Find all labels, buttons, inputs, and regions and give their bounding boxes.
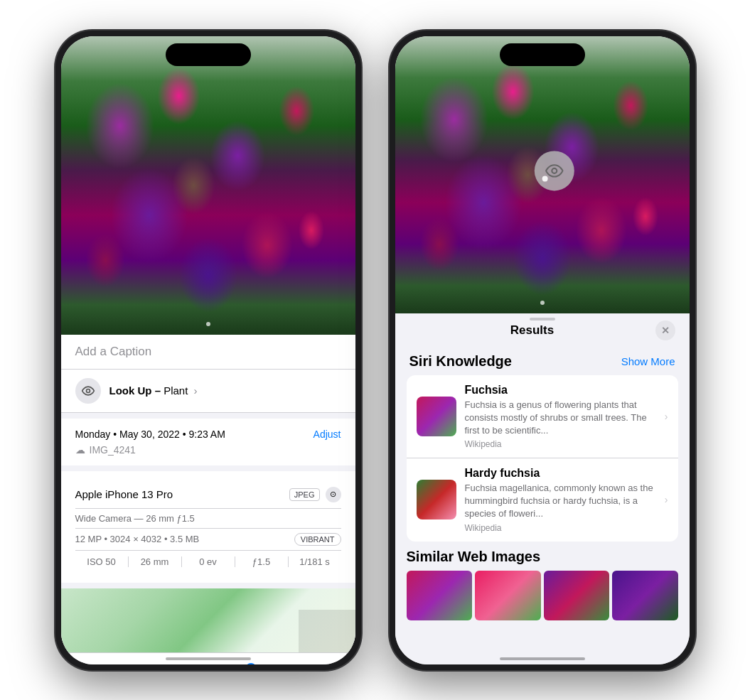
knowledge-item-fuchsia[interactable]: Fuchsia Fuchsia is a genus of flowering … — [407, 375, 678, 459]
fuchsia-thumbnail — [417, 397, 456, 436]
drag-handle — [530, 318, 555, 321]
location-icon: ⊙ — [326, 487, 341, 502]
exif-focal: 26 mm — [129, 556, 182, 567]
device-name: Apple iPhone 13 Pro — [75, 488, 173, 500]
knowledge-item-hardy[interactable]: Hardy fuchsia Fuchsia magellanica, commo… — [407, 458, 678, 542]
page-indicator — [206, 322, 210, 326]
section-header: Siri Knowledge Show More — [407, 346, 678, 375]
photo-area-left[interactable] — [61, 36, 355, 335]
meta-date: Monday • May 30, 2022 • 9:23 AM — [75, 429, 225, 440]
phone-left: Add a Caption Look Up – Plant › — [55, 31, 361, 670]
device-section: Apple iPhone 13 Pro JPEG ⊙ Wide Camera —… — [61, 471, 355, 583]
similar-images-title: Similar Web Images — [407, 549, 678, 565]
format-badge: JPEG — [289, 488, 320, 501]
favorite-button[interactable] — [158, 662, 189, 664]
home-indicator-right — [500, 657, 585, 660]
device-badges: JPEG ⊙ — [289, 487, 341, 502]
hardy-chevron: › — [665, 494, 668, 505]
exif-shutter: 1/181 s — [289, 556, 341, 567]
similar-image-1[interactable] — [407, 571, 473, 620]
svg-point-0 — [86, 389, 90, 392]
fuchsia-source: Wikipedia — [465, 439, 656, 449]
exif-iso: ISO 50 — [75, 556, 129, 567]
caption-placeholder: Add a Caption — [75, 345, 152, 358]
phone-screen-right: Results ✕ Siri Knowledge Show More — [395, 36, 690, 664]
similar-image-3[interactable] — [544, 571, 610, 620]
page-indicator-right — [540, 301, 545, 305]
filename: IMG_4241 — [90, 444, 136, 456]
cloud-icon: ☁ — [75, 444, 85, 456]
knowledge-card: Fuchsia Fuchsia is a genus of flowering … — [407, 375, 678, 542]
results-title: Results — [409, 323, 655, 338]
results-header: Results ✕ — [395, 313, 690, 346]
camera-spec: Wide Camera — 26 mm ƒ1.5 — [75, 509, 341, 529]
fuchsia-content: Fuchsia Fuchsia is a genus of flowering … — [465, 384, 656, 450]
flower-photo — [61, 36, 355, 335]
delete-button[interactable] — [295, 662, 326, 664]
info-badge: i — [245, 663, 257, 664]
close-button[interactable]: ✕ — [655, 321, 675, 340]
vs-dot — [542, 176, 547, 181]
hardy-name: Hardy fuchsia — [465, 467, 656, 480]
similar-image-4[interactable] — [612, 571, 678, 620]
show-more-button[interactable]: Show More — [621, 355, 675, 367]
photo-area-right[interactable] — [395, 36, 690, 313]
visual-search-badge — [534, 151, 574, 190]
screen-left: Add a Caption Look Up – Plant › — [61, 36, 355, 664]
map-thumbnail — [299, 610, 355, 652]
device-row: Apple iPhone 13 Pro JPEG ⊙ — [75, 481, 341, 509]
dynamic-island-right — [500, 43, 585, 66]
adjust-button[interactable]: Adjust — [314, 429, 341, 440]
info-panel: Add a Caption Look Up – Plant › — [61, 335, 355, 652]
lookup-label: Look Up – Plant › — [109, 384, 198, 397]
mp-row: 12 MP • 3024 × 4032 • 3.5 MB VIBRANT — [75, 529, 341, 551]
hardy-desc: Fuchsia magellanica, commonly known as t… — [465, 482, 656, 521]
screen-right: Results ✕ Siri Knowledge Show More — [395, 36, 690, 664]
similar-section: Similar Web Images — [395, 542, 690, 626]
hardy-content: Hardy fuchsia Fuchsia magellanica, commo… — [465, 467, 656, 533]
meta-filename-row: ☁ IMG_4241 — [75, 444, 341, 456]
lookup-chevron: › — [194, 384, 198, 397]
exif-row: ISO 50 26 mm 0 ev ƒ1.5 1/181 s — [75, 551, 341, 573]
info-button[interactable]: i — [227, 662, 258, 664]
phones-container: Add a Caption Look Up – Plant › — [55, 31, 695, 670]
style-badge: VIBRANT — [294, 533, 341, 546]
hardy-source: Wikipedia — [465, 523, 656, 533]
similar-image-2[interactable] — [475, 571, 541, 620]
lookup-row[interactable]: Look Up – Plant › — [61, 370, 355, 413]
exif-aperture: ƒ1.5 — [235, 556, 289, 567]
meta-date-row: Monday • May 30, 2022 • 9:23 AM Adjust — [75, 429, 341, 440]
share-button[interactable] — [90, 662, 121, 664]
exif-ev: 0 ev — [182, 556, 235, 567]
similar-images-grid — [407, 571, 678, 620]
siri-knowledge-section: Siri Knowledge Show More Fuchsia Fuchsia… — [395, 346, 690, 542]
fuchsia-desc: Fuchsia is a genus of flowering plants t… — [465, 399, 656, 438]
siri-knowledge-title: Siri Knowledge — [409, 353, 512, 370]
hardy-thumbnail — [417, 480, 456, 519]
phone-screen-left: Add a Caption Look Up – Plant › — [61, 36, 355, 664]
metadata-section: Monday • May 30, 2022 • 9:23 AM Adjust ☁… — [61, 419, 355, 465]
home-indicator-left — [166, 657, 251, 660]
lookup-text: Look Up – — [109, 384, 161, 397]
svg-point-3 — [552, 168, 557, 173]
caption-area[interactable]: Add a Caption — [61, 335, 355, 370]
results-panel: Results ✕ Siri Knowledge Show More — [395, 313, 690, 664]
lookup-subject: Plant — [164, 384, 188, 397]
map-preview[interactable] — [61, 588, 355, 652]
fuchsia-name: Fuchsia — [465, 384, 656, 397]
phone-right: Results ✕ Siri Knowledge Show More — [390, 31, 695, 670]
fuchsia-chevron: › — [665, 411, 668, 422]
lookup-icon — [75, 378, 101, 404]
mp-info: 12 MP • 3024 × 4032 • 3.5 MB — [75, 534, 200, 544]
dynamic-island-left — [166, 43, 251, 66]
